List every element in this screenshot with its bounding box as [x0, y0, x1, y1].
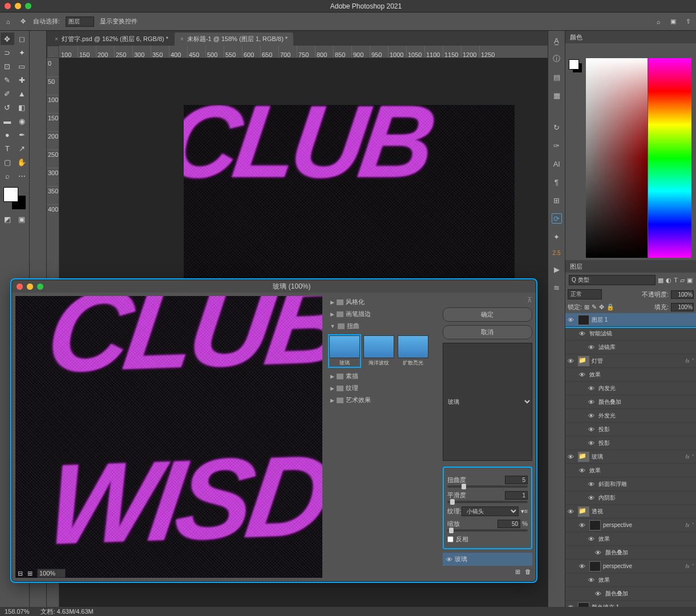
visibility-icon[interactable]: 👁 [588, 481, 596, 488]
visibility-icon[interactable]: 👁 [568, 317, 576, 323]
wand-tool[interactable]: ✦ [15, 46, 29, 59]
blur-tool[interactable]: ◉ [15, 115, 29, 127]
brush-tool[interactable]: ✐ [1, 87, 14, 100]
layer-item[interactable]: 👁效果 [565, 368, 696, 382]
filter-adjust-icon[interactable]: ◐ [666, 277, 671, 284]
brush-size[interactable]: 2.5 [553, 250, 561, 256]
info-icon[interactable]: ⓘ [552, 54, 562, 64]
paragraph-icon[interactable]: Al [552, 159, 562, 169]
ruler-origin[interactable] [47, 46, 59, 58]
properties-icon[interactable]: ▤ [552, 72, 562, 82]
color-swatch[interactable] [3, 187, 26, 210]
lock-transparency-icon[interactable]: ⊞ [584, 303, 589, 311]
eyedropper-tool[interactable]: ✎ [1, 74, 14, 86]
layer-item[interactable]: 👁颜色叠加 [565, 587, 696, 601]
layer-item[interactable]: 👁perspectivefx ˅ [565, 518, 696, 532]
dodge-tool[interactable]: ● [1, 128, 14, 141]
eraser-tool[interactable]: ◧ [15, 101, 29, 114]
distortion-slider[interactable] [447, 485, 528, 488]
filter-thumb[interactable]: 玻璃 [329, 335, 360, 367]
guides-icon[interactable]: ⊞ [552, 195, 562, 205]
healing-tool[interactable]: ✚ [15, 74, 29, 86]
show-transform-label[interactable]: 显示变换控件 [100, 17, 137, 26]
texture-load-icon[interactable]: ▾≡ [521, 508, 528, 515]
layer-item[interactable]: 👁效果 [565, 573, 696, 587]
filter-thumb[interactable]: 海洋波纹 [363, 335, 394, 367]
hue-strip[interactable] [648, 58, 691, 258]
filter-select[interactable]: 玻璃 [443, 343, 532, 461]
history-icon[interactable]: ↻ [552, 122, 562, 132]
type-tool[interactable]: T [1, 142, 14, 155]
dialog-close[interactable] [17, 283, 23, 290]
layer-item[interactable]: 👁效果 [565, 532, 696, 546]
status-zoom[interactable]: 158.07% [5, 608, 29, 615]
play-icon[interactable]: ▶ [552, 264, 562, 274]
close-window[interactable] [5, 3, 11, 9]
layer-item[interactable]: 👁📁灯管fx ˅ [565, 354, 696, 368]
layer-item[interactable]: 👁📁玻璃fx ˅ [565, 450, 696, 464]
layer-item[interactable]: 👁滤镜库 [565, 341, 696, 354]
actions-icon[interactable]: ⟳ [552, 213, 562, 224]
layer-list[interactable]: 👁图层 1👁智能滤镜👁滤镜库👁📁灯管fx ˅👁效果👁内发光👁颜色叠加👁外发光👁投… [565, 313, 696, 607]
scale-slider[interactable] [447, 529, 528, 532]
visibility-icon[interactable]: 👁 [588, 426, 596, 433]
visibility-icon[interactable]: 👁 [588, 536, 596, 542]
zoom-out-icon[interactable]: ⊟ [18, 570, 23, 577]
visibility-icon[interactable]: 👁 [568, 358, 576, 364]
layer-item[interactable]: 👁颜色叠加 [565, 546, 696, 560]
share-icon[interactable]: ⇪ [683, 17, 693, 26]
layer-item[interactable]: 👁效果 [565, 464, 696, 477]
visibility-icon[interactable]: 👁 [588, 412, 596, 419]
color-field[interactable] [586, 58, 648, 258]
layer-item[interactable]: 👁斜面和浮雕 [565, 477, 696, 491]
hand-tool[interactable]: ✋ [15, 156, 29, 168]
search-icon[interactable]: ⌕ [654, 17, 663, 26]
screenmode-tool[interactable]: ▣ [15, 213, 29, 225]
cancel-button[interactable]: 取消 [443, 325, 532, 339]
path-tool[interactable]: ↗ [15, 142, 29, 155]
layer-item[interactable]: 👁内阴影 [565, 491, 696, 505]
lock-all-icon[interactable]: 🔒 [606, 303, 614, 311]
character-icon[interactable]: A̲ [552, 35, 562, 46]
layer-item[interactable]: 👁智能滤镜 [565, 327, 696, 341]
layer-item[interactable]: 👁📁透视 [565, 505, 696, 518]
color-swatch-mini[interactable] [569, 59, 582, 73]
tree-folder[interactable]: ▶艺术效果 [328, 394, 437, 406]
visibility-icon[interactable]: 👁 [588, 577, 596, 583]
glyphs-icon[interactable]: ¶ [552, 177, 562, 187]
dialog-max[interactable] [37, 283, 43, 290]
visibility-icon[interactable]: 👁 [579, 330, 587, 337]
zoom-in-icon[interactable]: ⊞ [27, 570, 33, 577]
visibility-icon[interactable]: 👁 [579, 371, 587, 378]
move-tool-icon[interactable]: ✥ [18, 17, 27, 26]
doc-tab-0[interactable]: ×灯管字.psd @ 162% (图层 6, RGB/8) * [49, 33, 174, 46]
layer-item[interactable]: 👁内发光 [565, 382, 696, 395]
smoothness-input[interactable] [505, 491, 528, 500]
filter-pixel-icon[interactable]: ▩ [658, 277, 663, 284]
invert-checkbox[interactable]: 反相 [447, 535, 528, 544]
filter-stack-item[interactable]: 👁玻璃 [443, 553, 532, 566]
fill-input[interactable] [671, 303, 694, 311]
visibility-icon[interactable]: 👁 [568, 453, 576, 460]
maximize-window[interactable] [25, 3, 31, 9]
sparkle-icon[interactable]: ✦ [552, 232, 562, 242]
paths-icon[interactable]: ✑ [552, 140, 562, 151]
visibility-icon[interactable]: 👁 [579, 522, 587, 529]
scale-input[interactable] [497, 520, 520, 528]
lock-position-icon[interactable]: ✥ [599, 303, 604, 311]
blend-mode[interactable]: 正常 [568, 289, 602, 299]
ruler-horizontal[interactable]: 1001502002503003504004505005506006507007… [59, 46, 548, 58]
swatches-icon[interactable]: ▦ [552, 90, 562, 100]
visibility-icon[interactable]: 👁 [568, 604, 576, 607]
ok-button[interactable]: 确定 [443, 307, 532, 322]
eye-icon[interactable]: 👁 [446, 556, 452, 563]
layer-item[interactable]: 👁颜色叠加 [565, 395, 696, 409]
gradient-tool[interactable]: ▬ [1, 115, 14, 127]
frame-tool[interactable]: ▭ [15, 60, 29, 72]
collapse-icon[interactable]: ⊼ [443, 296, 532, 304]
visibility-icon[interactable]: 👁 [579, 563, 587, 570]
workspace-icon[interactable]: ▣ [669, 17, 678, 26]
visibility-icon[interactable]: 👁 [595, 549, 603, 556]
layers-panel-header[interactable]: 图层 [565, 260, 696, 273]
filter-smart-icon[interactable]: ▣ [687, 277, 693, 284]
